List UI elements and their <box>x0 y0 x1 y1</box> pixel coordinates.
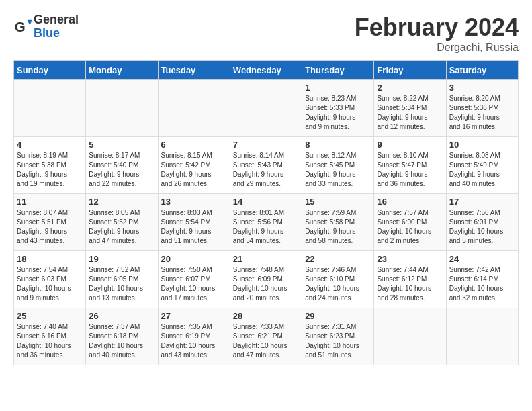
day-number: 12 <box>89 197 154 207</box>
day-info: Sunrise: 8:15 AM Sunset: 5:42 PM Dayligh… <box>161 151 227 189</box>
calendar-cell: 13Sunrise: 8:03 AM Sunset: 5:54 PM Dayli… <box>158 194 230 251</box>
calendar-cell: 20Sunrise: 7:50 AM Sunset: 6:07 PM Dayli… <box>158 251 230 308</box>
logo-blue-text: Blue <box>34 27 79 40</box>
calendar-cell: 19Sunrise: 7:52 AM Sunset: 6:05 PM Dayli… <box>86 251 158 308</box>
calendar-cell <box>14 80 86 137</box>
day-number: 18 <box>17 254 83 264</box>
day-info: Sunrise: 7:42 AM Sunset: 6:14 PM Dayligh… <box>449 265 515 303</box>
day-info: Sunrise: 7:31 AM Sunset: 6:23 PM Dayligh… <box>305 322 371 360</box>
day-info: Sunrise: 8:01 AM Sunset: 5:56 PM Dayligh… <box>233 208 299 246</box>
calendar-cell: 29Sunrise: 7:31 AM Sunset: 6:23 PM Dayli… <box>302 308 374 365</box>
header-wednesday: Wednesday <box>230 61 302 80</box>
header-thursday: Thursday <box>302 61 374 80</box>
calendar-header-row: SundayMondayTuesdayWednesdayThursdayFrid… <box>14 61 519 80</box>
header-monday: Monday <box>86 61 158 80</box>
day-number: 26 <box>89 311 154 321</box>
location-text: Dergachi, Russia <box>355 42 519 54</box>
day-info: Sunrise: 8:22 AM Sunset: 5:34 PM Dayligh… <box>377 94 443 132</box>
page-header: G General Blue February 2024 Dergachi, R… <box>13 13 519 54</box>
day-number: 3 <box>449 83 515 93</box>
day-number: 15 <box>305 197 371 207</box>
day-number: 17 <box>449 197 515 207</box>
title-area: February 2024 Dergachi, Russia <box>355 13 519 54</box>
calendar-cell: 8Sunrise: 8:12 AM Sunset: 5:45 PM Daylig… <box>302 137 374 194</box>
calendar-cell <box>446 308 518 365</box>
svg-text:G: G <box>15 18 26 34</box>
day-number: 4 <box>17 140 83 150</box>
day-info: Sunrise: 7:37 AM Sunset: 6:18 PM Dayligh… <box>89 322 154 360</box>
header-friday: Friday <box>374 61 446 80</box>
day-number: 9 <box>377 140 443 150</box>
day-number: 7 <box>233 140 299 150</box>
calendar-cell: 3Sunrise: 8:20 AM Sunset: 5:36 PM Daylig… <box>446 80 518 137</box>
day-info: Sunrise: 7:44 AM Sunset: 6:12 PM Dayligh… <box>377 265 443 303</box>
calendar-cell: 6Sunrise: 8:15 AM Sunset: 5:42 PM Daylig… <box>158 137 230 194</box>
day-info: Sunrise: 7:56 AM Sunset: 6:01 PM Dayligh… <box>449 208 515 246</box>
calendar-cell: 22Sunrise: 7:46 AM Sunset: 6:10 PM Dayli… <box>302 251 374 308</box>
day-info: Sunrise: 7:59 AM Sunset: 5:58 PM Dayligh… <box>305 208 371 246</box>
day-number: 13 <box>161 197 227 207</box>
calendar-cell: 17Sunrise: 7:56 AM Sunset: 6:01 PM Dayli… <box>446 194 518 251</box>
calendar-week-row: 11Sunrise: 8:07 AM Sunset: 5:51 PM Dayli… <box>14 194 519 251</box>
calendar-cell: 16Sunrise: 7:57 AM Sunset: 6:00 PM Dayli… <box>374 194 446 251</box>
day-info: Sunrise: 8:14 AM Sunset: 5:43 PM Dayligh… <box>233 151 299 189</box>
calendar-week-row: 1Sunrise: 8:23 AM Sunset: 5:33 PM Daylig… <box>14 80 519 137</box>
day-info: Sunrise: 7:48 AM Sunset: 6:09 PM Dayligh… <box>233 265 299 303</box>
day-number: 14 <box>233 197 299 207</box>
calendar-cell <box>230 80 302 137</box>
day-info: Sunrise: 8:08 AM Sunset: 5:49 PM Dayligh… <box>449 151 515 189</box>
calendar-table: SundayMondayTuesdayWednesdayThursdayFrid… <box>13 60 519 365</box>
day-number: 16 <box>377 197 443 207</box>
day-info: Sunrise: 8:03 AM Sunset: 5:54 PM Dayligh… <box>161 208 227 246</box>
day-info: Sunrise: 8:07 AM Sunset: 5:51 PM Dayligh… <box>17 208 83 246</box>
day-info: Sunrise: 7:57 AM Sunset: 6:00 PM Dayligh… <box>377 208 443 246</box>
day-number: 10 <box>449 140 515 150</box>
calendar-cell: 11Sunrise: 8:07 AM Sunset: 5:51 PM Dayli… <box>14 194 86 251</box>
day-number: 27 <box>161 311 227 321</box>
day-info: Sunrise: 8:23 AM Sunset: 5:33 PM Dayligh… <box>305 94 371 132</box>
calendar-cell <box>86 80 158 137</box>
calendar-cell: 12Sunrise: 8:05 AM Sunset: 5:52 PM Dayli… <box>86 194 158 251</box>
day-info: Sunrise: 7:35 AM Sunset: 6:19 PM Dayligh… <box>161 322 227 360</box>
day-number: 28 <box>233 311 299 321</box>
month-title: February 2024 <box>355 13 519 42</box>
day-info: Sunrise: 7:40 AM Sunset: 6:16 PM Dayligh… <box>17 322 83 360</box>
day-number: 8 <box>305 140 371 150</box>
day-number: 1 <box>305 83 371 93</box>
day-number: 5 <box>89 140 154 150</box>
header-tuesday: Tuesday <box>158 61 230 80</box>
calendar-cell: 24Sunrise: 7:42 AM Sunset: 6:14 PM Dayli… <box>446 251 518 308</box>
calendar-cell: 21Sunrise: 7:48 AM Sunset: 6:09 PM Dayli… <box>230 251 302 308</box>
header-saturday: Saturday <box>446 61 518 80</box>
calendar-cell: 7Sunrise: 8:14 AM Sunset: 5:43 PM Daylig… <box>230 137 302 194</box>
calendar-week-row: 18Sunrise: 7:54 AM Sunset: 6:03 PM Dayli… <box>14 251 519 308</box>
day-info: Sunrise: 8:17 AM Sunset: 5:40 PM Dayligh… <box>89 151 154 189</box>
day-info: Sunrise: 7:46 AM Sunset: 6:10 PM Dayligh… <box>305 265 371 303</box>
day-number: 25 <box>17 311 83 321</box>
calendar-cell: 25Sunrise: 7:40 AM Sunset: 6:16 PM Dayli… <box>14 308 86 365</box>
day-number: 2 <box>377 83 443 93</box>
calendar-cell: 28Sunrise: 7:33 AM Sunset: 6:21 PM Dayli… <box>230 308 302 365</box>
logo-icon: G <box>13 17 32 36</box>
calendar-cell <box>374 308 446 365</box>
calendar-cell: 4Sunrise: 8:19 AM Sunset: 5:38 PM Daylig… <box>14 137 86 194</box>
day-info: Sunrise: 8:10 AM Sunset: 5:47 PM Dayligh… <box>377 151 443 189</box>
calendar-cell: 27Sunrise: 7:35 AM Sunset: 6:19 PM Dayli… <box>158 308 230 365</box>
calendar-cell: 9Sunrise: 8:10 AM Sunset: 5:47 PM Daylig… <box>374 137 446 194</box>
logo-general-text: General <box>34 13 79 27</box>
day-number: 29 <box>305 311 371 321</box>
day-info: Sunrise: 8:12 AM Sunset: 5:45 PM Dayligh… <box>305 151 371 189</box>
calendar-cell <box>158 80 230 137</box>
calendar-cell: 10Sunrise: 8:08 AM Sunset: 5:49 PM Dayli… <box>446 137 518 194</box>
day-info: Sunrise: 7:52 AM Sunset: 6:05 PM Dayligh… <box>89 265 154 303</box>
calendar-cell: 18Sunrise: 7:54 AM Sunset: 6:03 PM Dayli… <box>14 251 86 308</box>
calendar-cell: 15Sunrise: 7:59 AM Sunset: 5:58 PM Dayli… <box>302 194 374 251</box>
day-info: Sunrise: 8:19 AM Sunset: 5:38 PM Dayligh… <box>17 151 83 189</box>
calendar-cell: 26Sunrise: 7:37 AM Sunset: 6:18 PM Dayli… <box>86 308 158 365</box>
header-sunday: Sunday <box>14 61 86 80</box>
day-number: 20 <box>161 254 227 264</box>
calendar-cell: 1Sunrise: 8:23 AM Sunset: 5:33 PM Daylig… <box>302 80 374 137</box>
calendar-cell: 14Sunrise: 8:01 AM Sunset: 5:56 PM Dayli… <box>230 194 302 251</box>
day-info: Sunrise: 7:54 AM Sunset: 6:03 PM Dayligh… <box>17 265 83 303</box>
day-number: 23 <box>377 254 443 264</box>
